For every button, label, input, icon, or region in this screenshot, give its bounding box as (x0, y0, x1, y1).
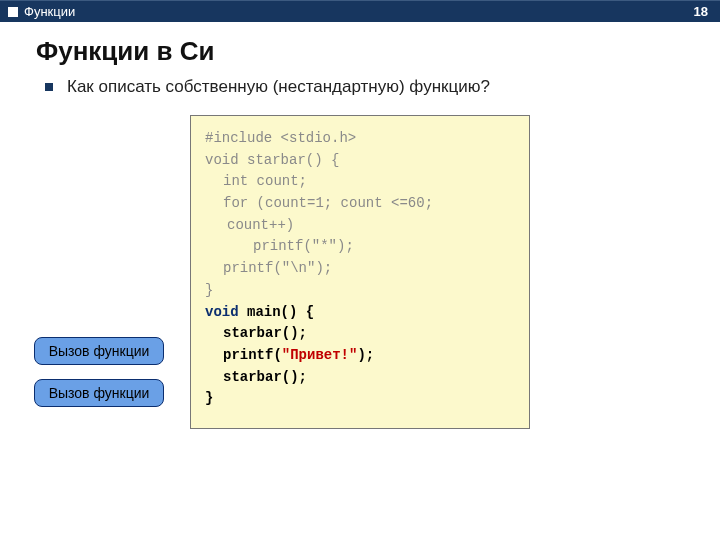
main-sig: main() { (239, 304, 315, 320)
keyword-void: void (205, 304, 239, 320)
code-line: #include <stdio.h> (205, 128, 515, 150)
page-number: 18 (694, 4, 708, 19)
code-line-main-start: void main() { (205, 302, 515, 324)
code-line: printf("\n"); (205, 258, 515, 280)
code-line: printf("Привет!"); (205, 345, 515, 367)
call-printf: printf( (223, 347, 282, 363)
code-line: void starbar() { (205, 150, 515, 172)
slide-header: Функции 18 (0, 0, 720, 22)
code-line: starbar(); (205, 323, 515, 345)
header-section: Функции (24, 4, 75, 19)
header-square-icon (8, 7, 18, 17)
bullet-icon (45, 83, 53, 91)
call-starbar: starbar(); (223, 325, 307, 341)
code-line: for (count=1; count <=60; (205, 193, 515, 215)
code-block: #include <stdio.h> void starbar() { int … (190, 115, 530, 429)
call-starbar: starbar(); (223, 369, 307, 385)
bullet-text: Как описать собственную (нестандартную) … (67, 77, 490, 97)
code-line: printf("*"); (205, 236, 515, 258)
callout-function-call-1: Вызов функции (34, 337, 164, 365)
call-end: ); (357, 347, 374, 363)
callout-function-call-2: Вызов функции (34, 379, 164, 407)
bullet-row: Как описать собственную (нестандартную) … (45, 77, 720, 97)
string-literal: "Привет!" (282, 347, 358, 363)
code-line: } (205, 280, 515, 302)
code-line: } (205, 388, 515, 410)
code-line: count++) (205, 215, 515, 237)
brace-close: } (205, 390, 213, 406)
code-line: int count; (205, 171, 515, 193)
slide-title: Функции в Си (36, 36, 720, 67)
code-line: starbar(); (205, 367, 515, 389)
